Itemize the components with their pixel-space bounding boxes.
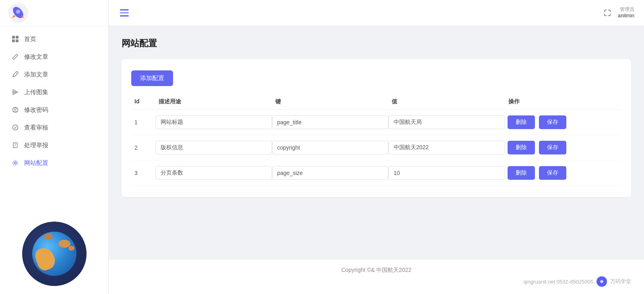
footer: Copyright ©& 中国航天2022 qingruanit.net 053… — [109, 259, 644, 294]
pencil-icon — [11, 53, 19, 61]
sidebar-item-site-config-label: 网站配置 — [24, 159, 48, 167]
sidebar-item-review-label: 查看审核 — [24, 124, 48, 132]
user-name-label: anlimin — [618, 12, 634, 19]
row-3-delete-button[interactable]: 删除 — [508, 166, 535, 180]
row-1-value-cell — [388, 115, 505, 129]
table-row: 3 删除 保存 — [131, 160, 621, 186]
row-3-value-input[interactable] — [388, 166, 505, 180]
sidebar-item-report-label: 处理举报 — [24, 142, 48, 149]
row-3-actions: 删除 保存 — [505, 166, 622, 180]
row-1-key-cell — [272, 115, 389, 129]
gear-icon — [11, 159, 19, 167]
sidebar-nav: 首页 修改文章 添加文章 上传图集 修改密码 — [0, 26, 108, 214]
row-2-key-input[interactable] — [272, 141, 389, 154]
row-1-save-button[interactable]: 保存 — [539, 115, 566, 129]
main-content: 管理员 anlimin 网站配置 添加配置 Id 描述用途 键 值 操作 — [109, 0, 644, 294]
config-card: 添加配置 Id 描述用途 键 值 操作 1 — [122, 59, 631, 197]
col-value: 值 — [388, 98, 505, 105]
sidebar-item-change-password[interactable]: 修改密码 — [0, 101, 108, 119]
row-3-id: 3 — [131, 170, 155, 176]
table-row: 1 删除 保存 — [131, 110, 621, 135]
row-2-description-cell — [155, 141, 272, 154]
row-1-description-input[interactable] — [155, 115, 272, 129]
table-header: Id 描述用途 键 值 操作 — [131, 94, 621, 110]
row-3-key-cell — [272, 166, 389, 180]
sidebar-item-report[interactable]: 处理举报 — [0, 136, 108, 154]
svg-rect-8 — [16, 39, 19, 42]
row-2-id: 2 — [131, 144, 155, 151]
svg-point-10 — [14, 108, 17, 110]
sidebar-item-site-config[interactable]: 网站配置 — [0, 154, 108, 172]
rocket-logo-icon — [8, 3, 28, 23]
user-role-label: 管理员 — [620, 6, 634, 13]
row-2-delete-button[interactable]: 删除 — [508, 141, 535, 154]
row-1-key-input[interactable] — [272, 115, 389, 129]
row-2-value-cell — [388, 141, 505, 154]
file-icon — [11, 141, 19, 149]
svg-rect-7 — [12, 39, 15, 42]
footer-copyright: Copyright ©& 中国航天2022 — [122, 267, 631, 274]
sidebar-item-change-password-label: 修改密码 — [24, 106, 48, 114]
row-2-value-input[interactable] — [388, 141, 505, 154]
sidebar-item-home-label: 首页 — [24, 35, 36, 43]
svg-point-11 — [13, 125, 18, 130]
add-config-button[interactable]: 添加配置 — [131, 70, 173, 86]
row-3-save-button[interactable]: 保存 — [539, 166, 566, 180]
sidebar-globe — [0, 214, 108, 294]
footer-brand-name: 万码学堂 — [610, 278, 631, 285]
user-info: 管理员 anlimin — [618, 6, 634, 19]
sidebar-item-add-article[interactable]: 添加文章 — [0, 66, 108, 83]
sidebar-item-upload-gallery-label: 上传图集 — [24, 88, 48, 96]
globe-decoration — [22, 222, 87, 286]
sidebar-item-add-article-label: 添加文章 — [24, 71, 48, 78]
row-3-description-cell — [155, 166, 272, 180]
user-circle-icon — [11, 106, 19, 114]
svg-point-2 — [16, 10, 20, 14]
svg-rect-5 — [12, 36, 15, 39]
sidebar-item-edit-article[interactable]: 修改文章 — [0, 48, 108, 66]
row-1-delete-button[interactable]: 删除 — [508, 115, 535, 129]
content-area: 网站配置 添加配置 Id 描述用途 键 值 操作 1 — [109, 26, 644, 294]
footer-brand-text: qingruanit.net 0532-85025005 — [524, 279, 593, 285]
header-left — [118, 8, 130, 18]
row-3-key-input[interactable] — [272, 166, 389, 180]
page-title: 网站配置 — [122, 37, 631, 49]
row-1-value-input[interactable] — [388, 115, 505, 129]
sidebar-item-review[interactable]: 查看审核 — [0, 119, 108, 136]
check-circle-icon — [11, 123, 19, 132]
table-row: 2 删除 保存 — [131, 135, 621, 160]
sidebar-item-home[interactable]: 首页 — [0, 30, 108, 48]
row-1-description-cell — [155, 115, 272, 129]
logo-area — [0, 0, 108, 26]
row-3-description-input[interactable] — [155, 166, 272, 180]
header: 管理员 anlimin — [109, 0, 644, 26]
row-3-value-cell — [388, 166, 505, 180]
footer-brand: qingruanit.net 0532-85025005 万码学堂 — [524, 276, 631, 287]
sidebar-item-upload-gallery[interactable]: 上传图集 — [0, 83, 108, 101]
footer-logo-icon — [597, 276, 607, 287]
row-1-id: 1 — [131, 119, 155, 125]
row-2-actions: 删除 保存 — [505, 141, 622, 154]
grid-icon — [11, 35, 19, 43]
row-2-key-cell — [272, 141, 389, 154]
pen-icon — [11, 70, 19, 78]
col-actions: 操作 — [505, 98, 622, 105]
header-right: 管理员 anlimin — [603, 6, 634, 19]
svg-rect-6 — [16, 36, 19, 39]
config-table: Id 描述用途 键 值 操作 1 — [131, 94, 621, 186]
col-key: 键 — [272, 98, 389, 105]
sidebar: 首页 修改文章 添加文章 上传图集 修改密码 — [0, 0, 109, 294]
content-body: 网站配置 添加配置 Id 描述用途 键 值 操作 1 — [109, 26, 644, 259]
col-description: 描述用途 — [155, 98, 272, 105]
row-1-actions: 删除 保存 — [505, 115, 622, 129]
paper-plane-icon — [11, 88, 19, 96]
col-id: Id — [131, 98, 155, 105]
menu-toggle-button[interactable] — [118, 8, 130, 18]
row-2-description-input[interactable] — [155, 141, 272, 154]
svg-point-13 — [14, 162, 17, 164]
fullscreen-button[interactable] — [603, 9, 611, 17]
row-2-save-button[interactable]: 保存 — [539, 141, 566, 154]
sidebar-item-edit-article-label: 修改文章 — [24, 53, 48, 61]
